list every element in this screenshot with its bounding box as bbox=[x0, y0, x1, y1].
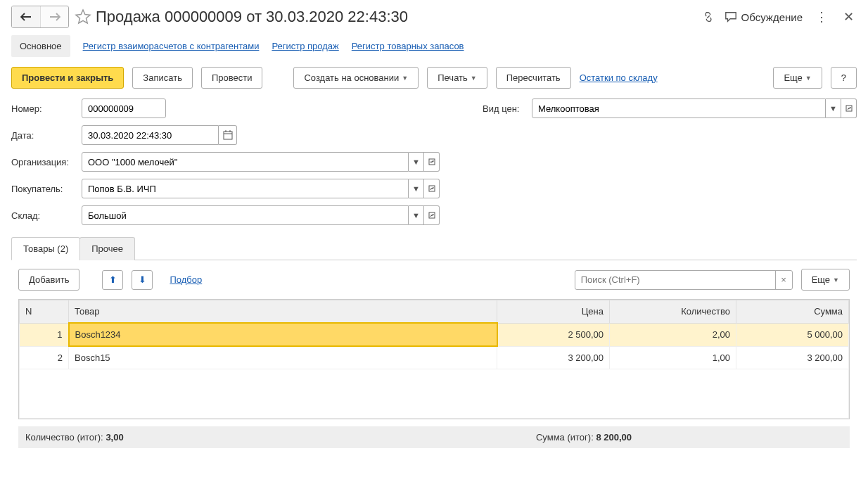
arrow-right-icon bbox=[49, 13, 60, 21]
tab-register-stock[interactable]: Регистр товарных запасов bbox=[352, 41, 464, 51]
chevron-down-icon: ▼ bbox=[471, 75, 477, 82]
date-label: Дата: bbox=[11, 130, 82, 141]
table-search-box: × bbox=[575, 270, 793, 290]
org-dropdown-button[interactable]: ▼ bbox=[409, 152, 424, 172]
more-button[interactable]: Еще▼ bbox=[773, 67, 822, 89]
arrow-left-icon bbox=[20, 13, 32, 21]
col-price[interactable]: Цена bbox=[497, 300, 610, 324]
org-label: Организация: bbox=[11, 157, 82, 167]
buyer-input[interactable] bbox=[87, 183, 404, 195]
tab-register-sales[interactable]: Регистр продаж bbox=[272, 41, 338, 51]
arrow-down-icon: ⬇ bbox=[139, 274, 146, 285]
cell-product[interactable]: Bosch1234 bbox=[69, 323, 497, 346]
cell-sum[interactable]: 3 200,00 bbox=[736, 346, 849, 369]
back-button[interactable] bbox=[12, 6, 40, 27]
warehouse-input[interactable] bbox=[87, 210, 404, 222]
price-type-dropdown-button[interactable]: ▼ bbox=[826, 98, 841, 118]
chevron-down-icon: ▼ bbox=[833, 276, 839, 284]
help-button[interactable]: ? bbox=[831, 67, 857, 89]
buyer-label: Покупатель: bbox=[11, 184, 82, 194]
calendar-icon bbox=[223, 130, 233, 140]
page-title: Продажа 000000009 от 30.03.2020 22:43:30 bbox=[96, 8, 702, 26]
table-more-button[interactable]: Еще▼ bbox=[801, 269, 850, 291]
price-type-input[interactable] bbox=[537, 103, 821, 115]
table-row[interactable]: 1 Bosch1234 2 500,00 2,00 5 000,00 bbox=[20, 323, 849, 346]
price-type-label: Вид цен: bbox=[483, 103, 532, 114]
org-open-button[interactable] bbox=[424, 152, 440, 172]
chevron-down-icon: ▼ bbox=[805, 75, 812, 82]
discuss-button[interactable]: Обсуждение bbox=[725, 11, 803, 23]
tab-goods[interactable]: Товары (2) bbox=[11, 237, 80, 260]
warehouse-open-button[interactable] bbox=[424, 205, 440, 225]
pick-link[interactable]: Подбор bbox=[170, 274, 202, 285]
org-input[interactable] bbox=[87, 156, 404, 168]
print-button[interactable]: Печать▼ bbox=[427, 67, 487, 89]
arrow-up-icon: ⬆ bbox=[109, 274, 117, 285]
post-button[interactable]: Провести bbox=[201, 67, 263, 89]
warehouse-dropdown-button[interactable]: ▼ bbox=[409, 205, 424, 225]
kebab-menu[interactable]: ⋮ bbox=[812, 9, 831, 25]
chat-icon bbox=[725, 11, 737, 23]
col-sum[interactable]: Сумма bbox=[736, 300, 849, 324]
number-input[interactable] bbox=[87, 103, 161, 115]
clear-search-button[interactable]: × bbox=[775, 271, 792, 289]
svg-rect-0 bbox=[224, 132, 232, 139]
recalculate-button[interactable]: Пересчитать bbox=[496, 67, 571, 89]
open-icon bbox=[845, 105, 853, 112]
cell-price[interactable]: 3 200,00 bbox=[497, 346, 610, 369]
chevron-down-icon: ▼ bbox=[402, 75, 408, 82]
stock-balance-link[interactable]: Остатки по складу bbox=[580, 72, 658, 83]
close-button[interactable]: ✕ bbox=[841, 9, 857, 25]
star-icon[interactable] bbox=[75, 8, 91, 25]
cell-n: 2 bbox=[20, 346, 69, 369]
open-icon bbox=[428, 212, 435, 219]
cell-qty[interactable]: 1,00 bbox=[610, 346, 736, 369]
tab-register-settlements[interactable]: Регистр взаиморасчетов с контрагентами bbox=[83, 41, 260, 51]
sum-total: Сумма (итог): 8 200,00 bbox=[536, 432, 632, 443]
table-empty-area bbox=[20, 369, 849, 419]
number-label: Номер: bbox=[11, 103, 82, 114]
buyer-dropdown-button[interactable]: ▼ bbox=[409, 179, 424, 198]
move-down-button[interactable]: ⬇ bbox=[132, 270, 153, 290]
price-type-open-button[interactable] bbox=[841, 98, 857, 118]
tab-main[interactable]: Основное bbox=[11, 35, 70, 57]
move-up-button[interactable]: ⬆ bbox=[102, 270, 123, 290]
cell-qty[interactable]: 2,00 bbox=[610, 323, 736, 346]
forward-button[interactable] bbox=[40, 6, 68, 27]
open-icon bbox=[428, 158, 435, 165]
col-qty[interactable]: Количество bbox=[610, 300, 736, 324]
cell-price[interactable]: 2 500,00 bbox=[497, 323, 610, 346]
qty-total: Количество (итог): 3,00 bbox=[25, 432, 124, 443]
calendar-button[interactable] bbox=[219, 125, 237, 145]
create-on-basis-button[interactable]: Создать на основании▼ bbox=[293, 67, 419, 89]
add-row-button[interactable]: Добавить bbox=[18, 269, 79, 291]
cell-n: 1 bbox=[20, 323, 69, 346]
col-product[interactable]: Товар bbox=[69, 300, 497, 324]
open-icon bbox=[428, 185, 435, 192]
post-and-close-button[interactable]: Провести и закрыть bbox=[11, 67, 124, 89]
col-n[interactable]: N bbox=[20, 300, 69, 324]
date-input[interactable] bbox=[87, 129, 214, 141]
table-search-input[interactable] bbox=[575, 274, 775, 285]
cell-product[interactable]: Bosch15 bbox=[69, 346, 497, 369]
warehouse-label: Склад: bbox=[11, 210, 82, 221]
discuss-label: Обсуждение bbox=[741, 11, 803, 23]
table-row[interactable]: 2 Bosch15 3 200,00 1,00 3 200,00 bbox=[20, 346, 849, 369]
buyer-open-button[interactable] bbox=[424, 179, 440, 198]
tab-other[interactable]: Прочее bbox=[79, 237, 135, 260]
link-icon[interactable] bbox=[702, 11, 715, 23]
cell-sum[interactable]: 5 000,00 bbox=[736, 323, 849, 346]
save-button[interactable]: Записать bbox=[132, 67, 193, 89]
